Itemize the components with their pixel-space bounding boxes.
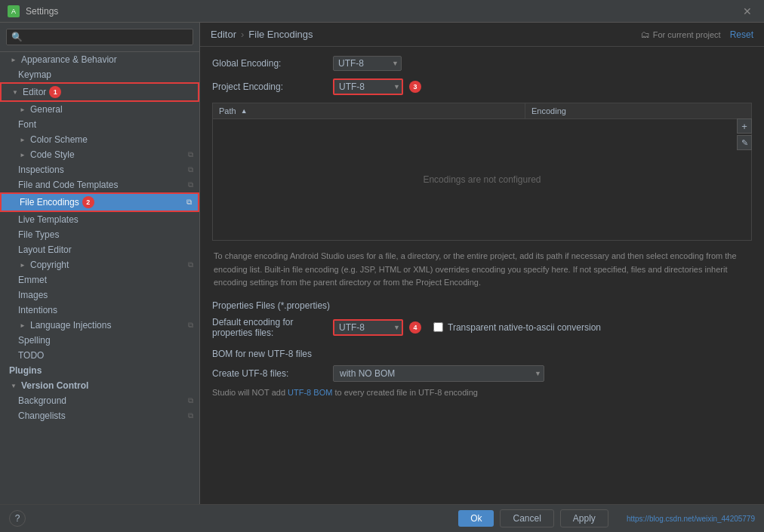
- project-encoding-select-wrapper: UTF-8 UTF-16 ISO-8859-1 ▼: [333, 78, 403, 95]
- for-project-label: For current project: [653, 30, 721, 39]
- transparent-label: Transparent native-to-ascii conversion: [448, 322, 601, 333]
- arrow-icon: [18, 150, 27, 159]
- annotation-1: 1: [49, 86, 61, 98]
- sidebar-label: Background: [18, 395, 66, 406]
- copy-icon: ⧉: [188, 165, 193, 174]
- bom-section-label: BOM for new UTF-8 files: [212, 349, 752, 359]
- sidebar-label: Color Scheme: [30, 134, 88, 145]
- sidebar-item-version-control[interactable]: Version Control: [0, 378, 199, 393]
- sidebar-label: Font: [18, 119, 36, 130]
- sidebar-item-keymap[interactable]: Keymap: [0, 67, 199, 82]
- sidebar-item-changelists[interactable]: Changelists ⧉: [0, 408, 199, 423]
- copy-icon: ⧉: [188, 260, 193, 269]
- search-input[interactable]: [6, 29, 193, 45]
- properties-section: Properties Files (*.properties) Default …: [212, 300, 752, 338]
- annotation-2: 2: [82, 196, 94, 208]
- copy-icon: ⧉: [188, 180, 193, 189]
- edit-encoding-button[interactable]: ✎: [737, 135, 752, 150]
- table-actions: + ✎: [737, 118, 752, 150]
- bom-select-wrapper: with NO BOM with BOM with BOM if the fil…: [333, 365, 544, 382]
- reset-button[interactable]: Reset: [730, 29, 753, 40]
- sidebar-item-emmet[interactable]: Emmet: [0, 272, 199, 288]
- sidebar-item-copyright[interactable]: Copyright ⧉: [0, 257, 199, 272]
- cancel-button[interactable]: Cancel: [500, 509, 553, 527]
- sidebar-item-background[interactable]: Background ⧉: [0, 393, 199, 408]
- help-button[interactable]: ?: [9, 510, 26, 527]
- sidebar-item-file-types[interactable]: File Types: [0, 227, 199, 242]
- arrow-icon: [18, 260, 27, 269]
- sidebar-label: File Types: [18, 229, 59, 240]
- apply-button[interactable]: Apply: [560, 509, 608, 527]
- sidebar-item-spelling[interactable]: Spelling: [0, 333, 199, 348]
- sidebar-label: Version Control: [21, 380, 88, 391]
- default-encoding-select[interactable]: UTF-8 UTF-16 ISO-8859-1: [333, 319, 403, 336]
- sidebar-label: Images: [18, 290, 48, 300]
- arrow-icon: [18, 321, 27, 330]
- project-encoding-label: Project Encoding:: [212, 81, 333, 92]
- global-encoding-label: Global Encoding:: [212, 58, 333, 69]
- sidebar-label: Intentions: [18, 305, 57, 315]
- breadcrumb-current: File Encodings: [248, 29, 313, 40]
- sidebar-item-plugins[interactable]: Plugins: [0, 363, 199, 378]
- sidebar-item-intentions[interactable]: Intentions: [0, 303, 199, 318]
- sidebar-label: Plugins: [9, 365, 42, 376]
- sidebar-label: Changelists: [18, 411, 66, 421]
- global-encoding-select[interactable]: UTF-8 UTF-16 ISO-8859-1: [333, 56, 402, 71]
- sidebar-label: Inspections: [18, 165, 64, 175]
- transparent-checkbox[interactable]: [433, 322, 443, 332]
- sidebar-item-images[interactable]: Images: [0, 288, 199, 303]
- for-project: 🗂 For current project: [641, 29, 721, 40]
- sidebar-label: General: [30, 104, 63, 115]
- sidebar-item-editor[interactable]: Editor 1: [0, 82, 199, 102]
- empty-message: Encodings are not configured: [423, 174, 541, 185]
- bom-row: Create UTF-8 files: with NO BOM with BOM…: [212, 365, 752, 382]
- app-icon: A: [8, 5, 20, 17]
- main-container: Appearance & Behavior Keymap Editor 1 Ge…: [0, 23, 764, 532]
- bom-note-link[interactable]: UTF-8 BOM: [288, 388, 332, 397]
- sidebar-item-inspections[interactable]: Inspections ⧉: [0, 162, 199, 177]
- annotation-4: 4: [409, 321, 421, 334]
- sidebar-item-todo[interactable]: TODO: [0, 348, 199, 363]
- sidebar-item-layout-editor[interactable]: Layout Editor: [0, 242, 199, 257]
- sidebar-item-code-style[interactable]: Code Style ⧉: [0, 147, 199, 162]
- create-label: Create UTF-8 files:: [212, 368, 333, 379]
- sidebar-label: Keymap: [18, 69, 51, 80]
- bom-select[interactable]: with NO BOM with BOM with BOM if the fil…: [333, 365, 544, 382]
- sidebar-label: File Encodings: [20, 197, 79, 208]
- sidebar-label: Language Injections: [30, 320, 111, 331]
- encoding-table: Path ▲ Encoding Encodings are not config…: [212, 103, 752, 241]
- sidebar-label: Appearance & Behavior: [21, 54, 117, 65]
- arrow-icon: [18, 135, 27, 144]
- search-box: [0, 23, 199, 52]
- ok-button[interactable]: Ok: [458, 510, 494, 527]
- sidebar-item-live-templates[interactable]: Live Templates: [0, 212, 199, 227]
- add-encoding-button[interactable]: +: [737, 118, 752, 134]
- transparent-checkbox-row: Transparent native-to-ascii conversion: [433, 322, 601, 333]
- sidebar-item-font[interactable]: Font: [0, 117, 199, 132]
- close-button[interactable]: ✕: [738, 4, 756, 19]
- table-header: Path ▲ Encoding: [213, 103, 751, 119]
- breadcrumb: Editor › File Encodings: [211, 29, 641, 40]
- breadcrumb-parent: Editor: [211, 29, 236, 40]
- arrow-icon: [9, 381, 18, 390]
- link-bar: https://blog.csdn.net/weixin_44205779: [627, 515, 755, 523]
- sidebar-item-general[interactable]: General: [0, 102, 199, 117]
- sidebar-item-language-injections[interactable]: Language Injections ⧉: [0, 318, 199, 333]
- project-icon: 🗂: [641, 29, 650, 40]
- sidebar-label: File and Code Templates: [18, 180, 119, 190]
- global-encoding-row: Global Encoding: UTF-8 UTF-16 ISO-8859-1…: [212, 56, 752, 71]
- sidebar-item-color-scheme[interactable]: Color Scheme: [0, 132, 199, 147]
- project-encoding-row: Project Encoding: UTF-8 UTF-16 ISO-8859-…: [212, 78, 752, 95]
- sidebar-label: TODO: [18, 350, 44, 361]
- sidebar-item-file-encodings[interactable]: File Encodings 2 ⧉: [0, 192, 199, 212]
- content-area: Appearance & Behavior Keymap Editor 1 Ge…: [0, 23, 764, 504]
- project-encoding-select[interactable]: UTF-8 UTF-16 ISO-8859-1: [333, 78, 403, 95]
- sidebar-item-file-code-templates[interactable]: File and Code Templates ⧉: [0, 177, 199, 192]
- table-body: Encodings are not configured + ✎: [213, 119, 751, 240]
- sidebar-item-appearance[interactable]: Appearance & Behavior: [0, 52, 199, 67]
- description-text: To change encoding Android Studio uses f…: [212, 250, 752, 290]
- copy-icon: ⧉: [186, 198, 192, 207]
- sidebar-label: Code Style: [30, 149, 75, 160]
- sidebar-label: Layout Editor: [18, 244, 72, 255]
- global-encoding-select-wrapper: UTF-8 UTF-16 ISO-8859-1 ▼: [333, 56, 402, 71]
